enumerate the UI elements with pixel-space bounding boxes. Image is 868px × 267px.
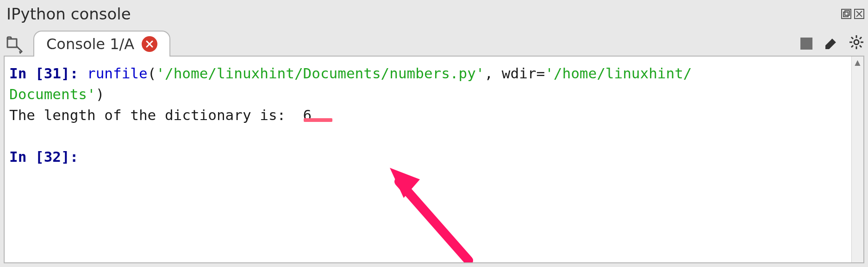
browse-tabs-icon[interactable] [6, 35, 24, 54]
svg-point-6 [854, 40, 859, 44]
tab-bar: Console 1/A [0, 27, 868, 56]
svg-line-14 [851, 45, 853, 47]
tab-label: Console 1/A [46, 35, 134, 53]
svg-rect-0 [843, 12, 848, 17]
code-kwarg: , wdir= [485, 65, 545, 82]
options-gear-icon[interactable] [849, 34, 864, 53]
code-string: '/home/linuxhint/ [545, 65, 692, 82]
restore-icon[interactable] [841, 9, 851, 19]
annotation-arrow [329, 138, 501, 262]
prompt-in: In [31]: [9, 65, 78, 82]
output-text: The length of the dictionary is: 6 [9, 107, 312, 123]
annotation-underline [304, 118, 332, 122]
code-paren: ( [148, 65, 156, 82]
tab-console-1a[interactable]: Console 1/A [33, 31, 170, 57]
window-controls [841, 9, 864, 19]
code-string: '/home/linuxhint/Documents/numbers.py' [156, 65, 484, 82]
code-fn: runfile [87, 65, 148, 82]
panel-titlebar: IPython console [0, 0, 868, 27]
scroll-up-icon[interactable]: ▲ [852, 57, 863, 68]
close-tab-icon[interactable] [142, 36, 157, 52]
panel-title: IPython console [6, 5, 131, 23]
svg-line-12 [860, 45, 862, 47]
scrollbar[interactable]: ▲ [851, 57, 863, 262]
svg-line-15 [399, 182, 468, 261]
svg-marker-16 [390, 168, 420, 198]
clear-icon[interactable] [823, 34, 838, 53]
code-paren: ) [96, 86, 105, 102]
stop-icon[interactable] [800, 38, 812, 50]
close-panel-icon[interactable] [854, 9, 864, 19]
console-output[interactable]: In [31]: runfile('/home/linuxhint/Docume… [5, 57, 851, 262]
svg-line-13 [860, 37, 862, 39]
console-container: In [31]: runfile('/home/linuxhint/Docume… [4, 56, 864, 263]
code-string: Documents' [9, 86, 96, 102]
prompt-in: In [32]: [9, 148, 78, 165]
svg-line-11 [851, 37, 853, 39]
console-toolbar [800, 34, 864, 53]
svg-rect-1 [845, 11, 849, 15]
